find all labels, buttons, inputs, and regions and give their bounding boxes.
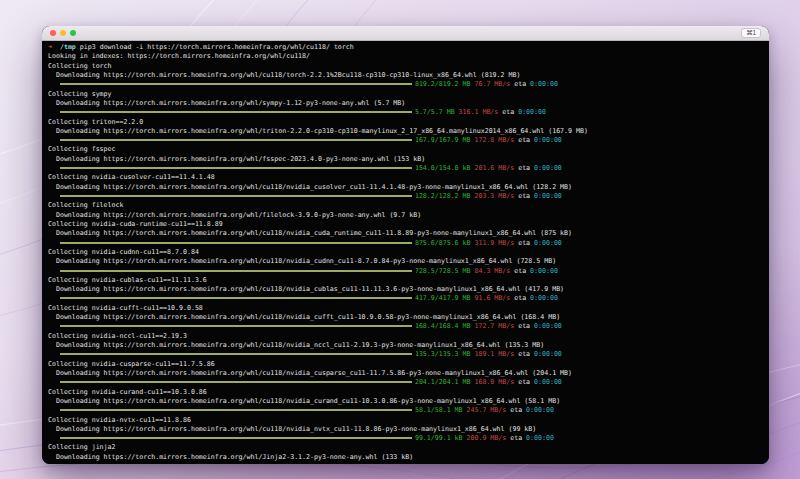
terminal-line: Downloading https://torch.mirrors.homein… xyxy=(48,155,763,164)
output-text: Collecting jinja2 xyxy=(48,443,116,451)
progress-eta: 0:00:00 xyxy=(530,80,558,88)
terminal-line: Downloading https://torch.mirrors.homein… xyxy=(48,341,763,350)
terminal-line: 167.9/167.9 MB 172.8 MB/s eta 0:00:00 xyxy=(48,136,763,145)
progress-bar xyxy=(60,139,412,141)
window-shortcut-badge: ⌘1 xyxy=(741,28,761,38)
output-text: Downloading https://torch.mirrors.homein… xyxy=(48,397,560,405)
progress-eta: 0:00:00 xyxy=(534,350,562,358)
output-text: Downloading https://torch.mirrors.homein… xyxy=(48,341,544,349)
output-text: Downloading https://torch.mirrors.homein… xyxy=(48,453,413,461)
terminal-line: Collecting nvidia-nvtx-cu11==11.8.86 xyxy=(48,416,763,425)
terminal-line: 58.1/58.1 MB 245.7 MB/s eta 0:00:00 xyxy=(48,406,763,415)
terminal-line: Downloading https://torch.mirrors.homein… xyxy=(48,71,763,80)
progress-indent xyxy=(48,136,60,144)
progress-eta: 0:00:00 xyxy=(534,136,562,144)
output-text: Downloading https://torch.mirrors.homein… xyxy=(48,257,556,265)
output-text: Collecting triton==2.2.0 xyxy=(48,118,143,126)
progress-indent xyxy=(48,164,60,172)
progress-speed: 189.1 MB/s xyxy=(474,350,514,358)
terminal-line: 204.1/204.1 MB 168.0 MB/s eta 0:00:00 xyxy=(48,378,763,387)
terminal-line: Downloading https://torch.mirrors.homein… xyxy=(48,211,763,220)
output-text: Downloading https://torch.mirrors.homein… xyxy=(48,183,572,191)
terminal-output[interactable]: ➜ /tmp pip3 download -i https://torch.mi… xyxy=(42,41,769,464)
terminal-line: Downloading https://torch.mirrors.homein… xyxy=(48,99,763,108)
terminal-line: Downloading https://torch.mirrors.homein… xyxy=(48,313,763,322)
output-text: Collecting nvidia-nccl-cu11==2.19.3 xyxy=(48,332,187,340)
progress-eta-label: eta xyxy=(514,192,534,200)
progress-eta: 0:00:00 xyxy=(526,434,554,442)
progress-bar xyxy=(60,195,412,197)
progress-eta: 0:00:00 xyxy=(534,322,562,330)
progress-size: 168.4/168.4 MB xyxy=(415,322,471,330)
terminal-line: 168.4/168.4 MB 172.7 MB/s eta 0:00:00 xyxy=(48,322,763,331)
progress-speed: 91.6 MB/s xyxy=(474,294,510,302)
terminal-line: Collecting fsspec xyxy=(48,145,763,154)
progress-speed: 201.6 MB/s xyxy=(474,164,514,172)
progress-size: 204.1/204.1 MB xyxy=(415,378,471,386)
progress-size: 99.1/99.1 kB xyxy=(415,434,463,442)
progress-size: 135.3/135.3 MB xyxy=(415,350,471,358)
terminal-line: Looking in indexes: https://torch.mirror… xyxy=(48,52,763,61)
progress-speed: 76.7 MB/s xyxy=(474,80,510,88)
output-text: Collecting sympy xyxy=(48,90,112,98)
progress-bar xyxy=(60,325,412,327)
terminal-line: Downloading https://torch.mirrors.homein… xyxy=(48,369,763,378)
progress-indent xyxy=(48,192,60,200)
progress-size: 417.9/417.9 MB xyxy=(415,294,471,302)
close-button[interactable] xyxy=(50,30,56,36)
output-text: Collecting nvidia-curand-cu11==10.3.0.86 xyxy=(48,388,207,396)
progress-speed: 168.0 MB/s xyxy=(474,378,514,386)
progress-indent xyxy=(48,434,60,442)
titlebar[interactable]: ⌘1 xyxy=(42,26,769,41)
terminal-line: Downloading https://torch.mirrors.homein… xyxy=(48,257,763,266)
output-text: Downloading https://torch.mirrors.homein… xyxy=(48,71,520,79)
output-text: Downloading https://torch.mirrors.homein… xyxy=(48,229,572,237)
output-text: Collecting torch xyxy=(48,62,112,70)
terminal-line: 128.2/128.2 MB 203.3 MB/s eta 0:00:00 xyxy=(48,192,763,201)
progress-eta-label: eta xyxy=(510,267,530,275)
progress-eta: 0:00:00 xyxy=(534,239,562,247)
progress-indent xyxy=(48,406,60,414)
output-text: Downloading https://torch.mirrors.homein… xyxy=(48,285,564,293)
progress-eta: 0:00:00 xyxy=(534,192,562,200)
progress-eta-label: eta xyxy=(510,80,530,88)
terminal-line: Collecting nvidia-cublas-cu11==11.11.3.6 xyxy=(48,276,763,285)
terminal-line: Collecting torch xyxy=(48,62,763,71)
terminal-line: Collecting sympy xyxy=(48,90,763,99)
progress-bar xyxy=(60,437,412,439)
progress-speed: 316.1 MB/s xyxy=(459,108,499,116)
progress-eta-label: eta xyxy=(506,434,526,442)
output-text: Collecting filelock xyxy=(48,201,123,209)
progress-eta: 0:00:00 xyxy=(526,406,554,414)
progress-indent xyxy=(48,322,60,330)
progress-speed: 200.9 MB/s xyxy=(467,434,507,442)
progress-size: 5.7/5.7 MB xyxy=(415,108,455,116)
terminal-line: 154.0/154.0 kB 201.6 MB/s eta 0:00:00 xyxy=(48,164,763,173)
progress-speed: 311.9 MB/s xyxy=(474,239,514,247)
terminal-line: Collecting nvidia-curand-cu11==10.3.0.86 xyxy=(48,388,763,397)
terminal-line: Collecting triton==2.2.0 xyxy=(48,118,763,127)
progress-size: 154.0/154.0 kB xyxy=(415,164,471,172)
output-text: Downloading https://torch.mirrors.homein… xyxy=(48,369,572,377)
minimize-button[interactable] xyxy=(60,30,66,36)
terminal-line: Downloading https://torch.mirrors.homein… xyxy=(48,425,763,434)
progress-size: 128.2/128.2 MB xyxy=(415,192,471,200)
progress-indent xyxy=(48,80,60,88)
traffic-lights xyxy=(50,30,76,36)
progress-size: 58.1/58.1 MB xyxy=(415,406,463,414)
terminal-line: 728.5/728.5 MB 84.3 MB/s eta 0:00:00 xyxy=(48,267,763,276)
zoom-button[interactable] xyxy=(70,30,76,36)
terminal-line: Collecting nvidia-cusolver-cu11==11.4.1.… xyxy=(48,173,763,182)
progress-eta: 0:00:00 xyxy=(534,164,562,172)
progress-bar xyxy=(60,83,412,85)
progress-bar xyxy=(60,242,412,244)
progress-speed: 245.7 MB/s xyxy=(467,406,507,414)
progress-bar xyxy=(60,270,412,272)
prompt-gap xyxy=(52,43,60,51)
progress-eta-label: eta xyxy=(514,136,534,144)
progress-indent xyxy=(48,294,60,302)
progress-bar xyxy=(60,297,412,299)
progress-bar xyxy=(60,381,412,383)
progress-eta-label: eta xyxy=(498,108,518,116)
terminal-line: 99.1/99.1 kB 200.9 MB/s eta 0:00:00 xyxy=(48,434,763,443)
